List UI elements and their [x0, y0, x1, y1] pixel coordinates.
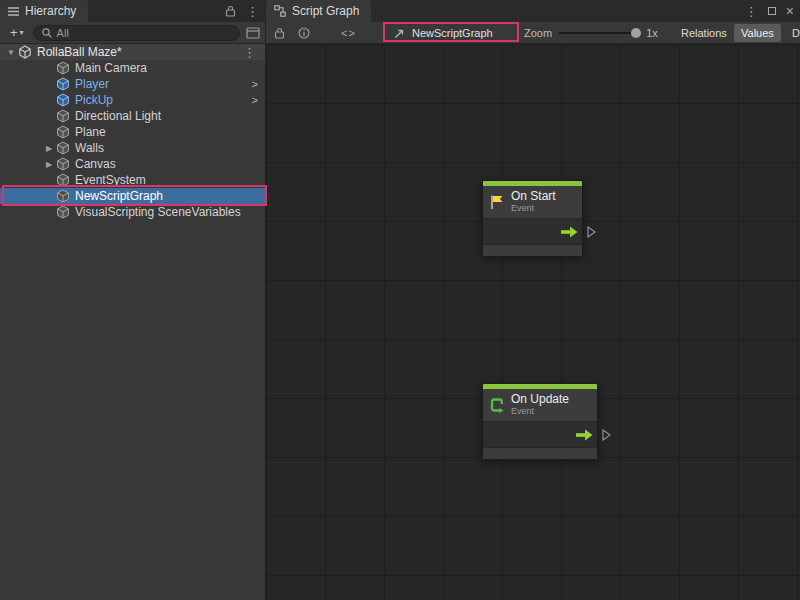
control-output-port[interactable] [587, 226, 596, 238]
foldout-closed-icon[interactable]: ▶ [42, 144, 56, 153]
gameobject-icon [56, 61, 70, 75]
panel-menu-icon [8, 7, 19, 16]
graph-tab-label: Script Graph [292, 4, 359, 18]
zoom-slider-knob[interactable] [631, 28, 641, 38]
flow-arrow-icon [561, 226, 578, 238]
foldout-open-icon[interactable]: ▼ [4, 48, 18, 57]
node-footer [483, 244, 582, 256]
search-window-icon[interactable] [246, 27, 260, 39]
hierarchy-tree: ▼ RollaBall Maze* ⋮ Main Camera Player >… [0, 44, 265, 220]
flow-arrow-icon [576, 429, 593, 441]
gameobject-icon [56, 125, 70, 139]
maximize-icon[interactable] [768, 7, 776, 15]
node-subtitle: Event [511, 406, 569, 417]
gameobject-icon [56, 173, 70, 187]
hierarchy-item-pickup[interactable]: PickUp > [0, 92, 265, 108]
prefab-icon [56, 77, 70, 91]
lock-icon[interactable] [225, 5, 236, 17]
item-label: PickUp [75, 93, 113, 107]
prefab-icon [56, 93, 70, 107]
node-footer [483, 447, 597, 459]
dim-toggle[interactable]: Dim [785, 24, 800, 42]
gameobject-icon [56, 157, 70, 171]
kebab-menu-icon[interactable]: ⋮ [246, 5, 259, 18]
values-toggle[interactable]: Values [734, 24, 781, 42]
graph-tabbar: Script Graph ⋮ × [266, 0, 800, 22]
prefab-chevron-icon[interactable]: > [252, 78, 258, 90]
hierarchy-item-scenevariables[interactable]: VisualScripting SceneVariables [0, 204, 265, 220]
item-label: Player [75, 77, 109, 91]
prefab-chevron-icon[interactable]: > [252, 94, 258, 106]
search-icon [41, 27, 53, 39]
item-label: Directional Light [75, 109, 161, 123]
add-object-button[interactable]: + ▾ [5, 25, 29, 40]
kebab-menu-icon[interactable]: ⋮ [745, 5, 758, 18]
item-label: VisualScripting SceneVariables [75, 205, 241, 219]
graph-icon [274, 5, 286, 17]
item-label: Canvas [75, 157, 116, 171]
hierarchy-item-main-camera[interactable]: Main Camera [0, 60, 265, 76]
gameobject-icon [56, 141, 70, 155]
hierarchy-item-canvas[interactable]: ▶ Canvas [0, 156, 265, 172]
node-on-start[interactable]: On Start Event [482, 180, 583, 257]
item-label: NewScriptGraph [75, 189, 163, 203]
hierarchy-item-directional-light[interactable]: Directional Light [0, 108, 265, 124]
tab-hierarchy[interactable]: Hierarchy [0, 0, 88, 22]
script-graph-panel: Script Graph ⋮ × <> NewScriptGraph Zoom [266, 0, 800, 600]
zoom-value: 1x [646, 27, 658, 39]
hierarchy-item-newscriptgraph[interactable]: NewScriptGraph [0, 188, 265, 204]
info-icon[interactable] [298, 27, 310, 39]
close-icon[interactable]: × [786, 4, 794, 18]
hierarchy-toolbar: + ▾ All [0, 22, 265, 44]
hierarchy-item-plane[interactable]: Plane [0, 124, 265, 140]
node-title: On Update [511, 393, 569, 406]
lock-icon[interactable] [274, 27, 285, 39]
hierarchy-tab-label: Hierarchy [25, 4, 76, 18]
tab-script-graph[interactable]: Script Graph [266, 0, 371, 22]
graph-canvas[interactable]: On Start Event [266, 44, 800, 600]
hierarchy-item-eventsystem[interactable]: EventSystem [0, 172, 265, 188]
graph-toolbar: <> NewScriptGraph Zoom 1x Relations Valu… [266, 22, 800, 44]
update-loop-icon [489, 397, 505, 413]
hierarchy-item-walls[interactable]: ▶ Walls [0, 140, 265, 156]
node-on-update[interactable]: On Update Event [482, 383, 598, 460]
gameobject-icon [56, 109, 70, 123]
scene-kebab-icon[interactable]: ⋮ [243, 46, 256, 59]
node-subtitle: Event [511, 203, 556, 214]
zoom-slider[interactable] [559, 32, 639, 34]
item-label: Walls [75, 141, 104, 155]
relations-toggle[interactable]: Relations [674, 24, 734, 42]
hierarchy-panel: Hierarchy ⋮ + ▾ All ▼ RollaBall Maze* [0, 0, 266, 600]
hierarchy-item-player[interactable]: Player > [0, 76, 265, 92]
gameobject-icon [56, 189, 70, 203]
graph-asset-name-label: NewScriptGraph [412, 27, 493, 39]
plus-label: + [10, 25, 18, 40]
flag-icon [489, 194, 505, 210]
search-input[interactable]: All [33, 25, 240, 41]
search-filter-label: All [57, 27, 69, 39]
item-label: EventSystem [75, 173, 146, 187]
foldout-closed-icon[interactable]: ▶ [42, 160, 56, 169]
item-label: Plane [75, 125, 106, 139]
item-label: Main Camera [75, 61, 147, 75]
zoom-label: Zoom [524, 27, 552, 39]
scene-name: RollaBall Maze* [37, 45, 122, 59]
script-graph-asset-icon [394, 27, 406, 39]
node-title: On Start [511, 190, 556, 203]
scene-row[interactable]: ▼ RollaBall Maze* ⋮ [0, 44, 265, 60]
gameobject-icon [56, 205, 70, 219]
zoom-control: Zoom 1x [524, 22, 658, 44]
caret-down-icon: ▾ [20, 28, 24, 37]
scene-icon [18, 45, 32, 59]
control-output-port[interactable] [602, 429, 611, 441]
graph-asset-name[interactable]: NewScriptGraph [394, 22, 493, 44]
code-icon[interactable]: <> [341, 27, 356, 39]
hierarchy-tabbar: Hierarchy ⋮ [0, 0, 265, 22]
